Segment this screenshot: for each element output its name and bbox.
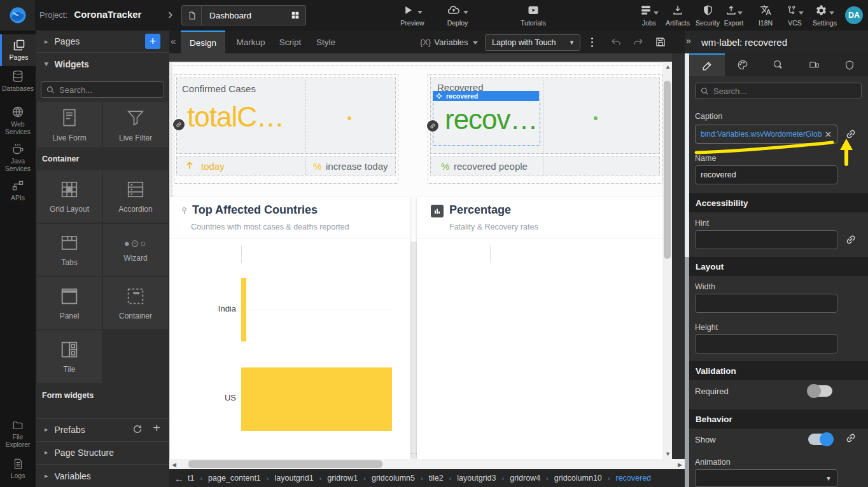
deploy-button[interactable]: Deploy (438, 3, 477, 27)
bind-property-link-icon[interactable] (845, 432, 857, 444)
add-prefab-icon[interactable]: + (153, 421, 160, 436)
breadcrumb-item-active[interactable]: recovered (615, 474, 651, 483)
tab-markup[interactable]: Markup (230, 31, 271, 53)
tile-recovered-body[interactable]: Recovered recovered recov… (430, 78, 660, 154)
hscroll-thumb[interactable] (188, 460, 382, 468)
footer-today-label[interactable]: today (201, 161, 225, 172)
security-button[interactable]: Security (692, 3, 723, 27)
more-menu-icon[interactable] (587, 34, 597, 50)
tile-recovered-footer[interactable]: % recovered people (430, 156, 660, 175)
save-icon[interactable] (652, 34, 669, 50)
bind-property-link-icon[interactable] (845, 234, 857, 245)
selection-badge[interactable]: recovered (433, 91, 539, 101)
breadcrumb-item[interactable]: gridcolumn5 (372, 474, 415, 483)
tab-devices[interactable] (796, 53, 832, 76)
widget-tabs[interactable]: Tabs (37, 224, 102, 276)
canvas-vscrollbar[interactable]: ▲ ▼ (662, 62, 672, 459)
scroll-right-icon[interactable]: ▶ (678, 462, 682, 468)
sidebar-item-apis[interactable]: APIs (0, 179, 36, 202)
widget-search-input[interactable]: Search... (41, 81, 164, 98)
tab-security[interactable] (832, 53, 867, 76)
tab-properties[interactable] (689, 53, 725, 76)
widget-tile[interactable]: Tile (37, 331, 102, 383)
footer-recovered-label[interactable]: recovered people (454, 161, 528, 172)
footer-increase-label[interactable]: increase today (326, 161, 388, 172)
bar-india[interactable] (241, 278, 246, 341)
tile-confirmed[interactable]: Confirmed Cases totalC… today % increase… (174, 74, 398, 184)
variables-section-header[interactable]: ▸ Variables (36, 464, 169, 487)
page-structure-section-header[interactable]: ▸ Page Structure (36, 441, 169, 463)
show-toggle[interactable] (808, 434, 832, 445)
tab-style[interactable]: Style (309, 31, 342, 53)
bar-us[interactable] (241, 367, 392, 431)
name-field[interactable]: recovered (695, 165, 837, 184)
breadcrumb-item[interactable]: t1 (188, 474, 194, 483)
user-avatar[interactable]: DA (845, 6, 863, 24)
refresh-icon[interactable] (132, 424, 143, 434)
widget-live-filter[interactable]: Live Filter (103, 102, 168, 147)
back-arrow-icon[interactable]: ← (174, 473, 184, 484)
scroll-left-icon[interactable]: ◀ (172, 462, 176, 468)
breadcrumb-item[interactable]: page_content1 (208, 474, 261, 483)
widget-grid-layout[interactable]: Grid Layout (37, 170, 102, 223)
vscroll-thumb[interactable] (664, 81, 671, 259)
tab-design[interactable]: Design (181, 31, 225, 53)
breadcrumb-item[interactable]: gridrow4 (510, 474, 540, 483)
section-behavior[interactable]: Behavior (689, 409, 868, 429)
redo-icon[interactable] (629, 34, 647, 50)
confirmed-value-label[interactable]: totalC… (187, 101, 284, 133)
variables-dropdown[interactable]: {X} Variables (420, 31, 478, 53)
tab-script[interactable]: Script (272, 31, 308, 53)
sidebar-item-file-explorer[interactable]: File Explorer (0, 420, 36, 448)
tile-confirmed-footer[interactable]: today % increase today (176, 156, 396, 175)
panel-top-affected[interactable]: Top Affected Countries Countries with mo… (170, 197, 410, 459)
canvas-hscrollbar[interactable]: ◀ ▶ (169, 459, 685, 469)
preview-button[interactable]: Preview (393, 3, 431, 27)
widget-container[interactable]: Container (103, 277, 168, 329)
prefabs-section-header[interactable]: ▸ Prefabs + (36, 418, 169, 440)
page-tab[interactable]: Dashboard (181, 5, 306, 25)
hint-field[interactable] (695, 230, 837, 249)
breadcrumb-item[interactable]: layoutgrid3 (457, 474, 496, 483)
widget-accordion[interactable]: Accordion (103, 170, 168, 223)
artifacts-button[interactable]: Artifacts (662, 3, 693, 27)
breadcrumb-item[interactable]: layoutgrid1 (275, 474, 314, 483)
tutorials-button[interactable]: Tutorials (514, 3, 552, 27)
breadcrumb-item[interactable]: gridcolumn10 (554, 474, 602, 483)
bind-link-icon[interactable] (427, 120, 438, 132)
width-field[interactable] (695, 294, 837, 313)
height-field[interactable] (695, 334, 837, 353)
tile-recovered[interactable]: Recovered recovered recov… % recovered p… (428, 74, 662, 184)
breadcrumb-item[interactable]: gridrow1 (327, 474, 358, 483)
tab-styles[interactable] (725, 53, 760, 76)
scroll-down-icon[interactable]: ▼ (665, 451, 671, 457)
bind-property-link-icon[interactable] (845, 128, 857, 140)
caption-field[interactable]: bind:Variables.wsvWordometerGlobal.c ✕ (695, 125, 837, 144)
widget-wizard[interactable]: ●⊙○ Wizard (103, 224, 168, 276)
widget-live-form[interactable]: Live Form (37, 102, 102, 147)
recovered-value-label[interactable]: recov… (445, 104, 538, 135)
sidebar-item-databases[interactable]: Databases (0, 70, 36, 92)
sidebar-item-logs[interactable]: Logs (0, 458, 36, 479)
export-button[interactable]: Export (719, 3, 748, 27)
clear-icon[interactable]: ✕ (825, 130, 832, 139)
panel-percentage[interactable]: Percentage Fatality & Recovery rates (417, 197, 668, 459)
add-page-button[interactable]: + (145, 34, 160, 49)
sidebar-item-web-services[interactable]: Web Services (0, 106, 36, 135)
properties-search-input[interactable]: Search... (695, 83, 862, 99)
vcs-button[interactable]: VCS (781, 3, 809, 27)
jobs-button[interactable]: Jobs (633, 3, 665, 27)
animation-select[interactable]: ▼ (695, 469, 837, 487)
properties-scrollbar[interactable] (685, 53, 689, 487)
tab-events[interactable] (760, 53, 796, 76)
app-logo[interactable] (0, 0, 35, 31)
settings-button[interactable]: Settings (808, 3, 841, 27)
bind-link-icon[interactable] (173, 119, 185, 130)
required-toggle[interactable] (808, 385, 832, 397)
section-validation[interactable]: Validation (689, 361, 868, 380)
section-layout[interactable]: Layout (689, 257, 868, 276)
tile-confirmed-body[interactable]: Confirmed Cases totalC… (176, 78, 396, 154)
grid-icon[interactable] (291, 11, 300, 20)
collapse-left-panel-icon[interactable]: « (171, 36, 176, 46)
undo-icon[interactable] (607, 34, 625, 50)
